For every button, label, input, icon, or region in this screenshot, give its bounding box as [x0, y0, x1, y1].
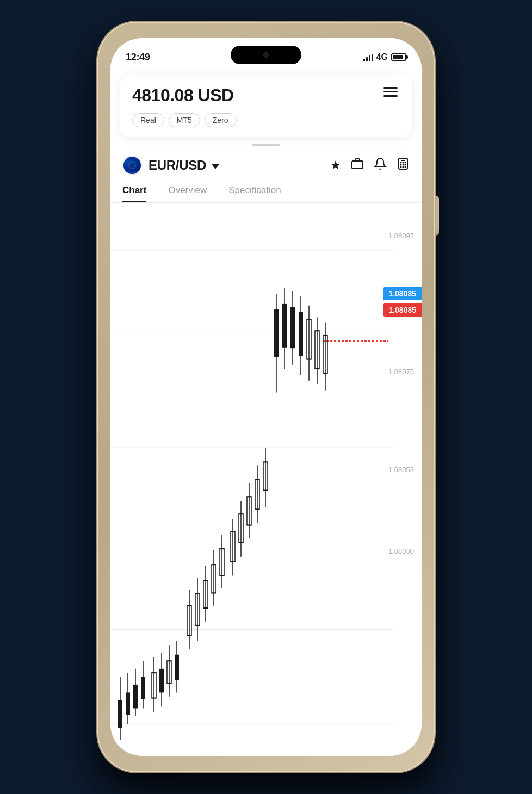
- chart-container: 1.08097 1.08075 1.08053 1.08030 1.08085 …: [110, 203, 422, 756]
- svg-rect-19: [118, 700, 122, 728]
- tab-specification[interactable]: Specification: [228, 185, 281, 202]
- chart-svg: [110, 203, 422, 756]
- favorite-icon[interactable]: ★: [330, 158, 341, 172]
- tabs: Chart Overview Specification: [110, 175, 422, 202]
- svg-rect-33: [175, 655, 179, 680]
- account-card: 4810.08 USD Real MT5 Zero: [120, 75, 412, 137]
- account-balance: 4810.08 USD: [132, 85, 234, 106]
- svg-rect-0: [352, 161, 363, 169]
- price-level-5: 1.08030: [388, 547, 414, 555]
- svg-rect-21: [126, 693, 130, 715]
- svg-rect-61: [299, 312, 303, 356]
- svg-rect-29: [159, 669, 164, 693]
- phone-frame: 12:49 4G 4810.08 USD: [97, 22, 435, 772]
- camera-dot: [263, 52, 269, 58]
- network-type: 4G: [376, 52, 388, 62]
- battery-icon: [391, 53, 406, 61]
- status-right: 4G: [363, 52, 406, 62]
- bid-price-badge: 1.08085: [383, 287, 422, 300]
- price-level-1: 1.08097: [388, 232, 414, 240]
- alert-icon[interactable]: [374, 157, 387, 173]
- drag-bar: [252, 144, 280, 146]
- dynamic-island: [231, 46, 301, 64]
- tag-zero[interactable]: Zero: [205, 113, 237, 127]
- tab-chart[interactable]: Chart: [122, 185, 146, 202]
- calculator-icon[interactable]: [397, 157, 410, 173]
- account-tags: Real MT5 Zero: [132, 113, 400, 127]
- chevron-down-icon: [212, 164, 219, 169]
- tag-real[interactable]: Real: [132, 113, 164, 127]
- price-level-4: 1.08053: [388, 466, 414, 474]
- status-bar: 12:49 4G: [110, 38, 422, 70]
- trade-icon[interactable]: [351, 157, 364, 173]
- currency-name: EUR/USD: [149, 158, 219, 173]
- signal-icon: [363, 53, 373, 61]
- hamburger-menu-button[interactable]: [381, 85, 400, 99]
- tag-mt5[interactable]: MT5: [169, 113, 200, 127]
- drag-indicator: [110, 137, 422, 152]
- currency-header: EUR/USD ★: [110, 152, 422, 175]
- svg-rect-59: [290, 307, 295, 349]
- svg-rect-55: [274, 309, 279, 357]
- currency-actions: ★: [330, 157, 410, 173]
- eu-flag: [123, 157, 141, 174]
- price-level-3: 1.08075: [388, 368, 414, 376]
- svg-rect-23: [133, 685, 138, 709]
- status-time: 12:49: [126, 52, 150, 63]
- currency-selector[interactable]: EUR/USD: [122, 156, 219, 175]
- svg-rect-57: [282, 304, 287, 348]
- currency-flag: [122, 156, 142, 175]
- battery-fill: [393, 55, 403, 59]
- account-card-header: 4810.08 USD: [132, 85, 400, 106]
- candle-group: [118, 288, 327, 740]
- ask-price-badge: 1.08085: [383, 303, 422, 317]
- tab-overview[interactable]: Overview: [168, 185, 207, 202]
- svg-rect-25: [141, 677, 145, 699]
- phone-screen: 12:49 4G 4810.08 USD: [110, 38, 422, 756]
